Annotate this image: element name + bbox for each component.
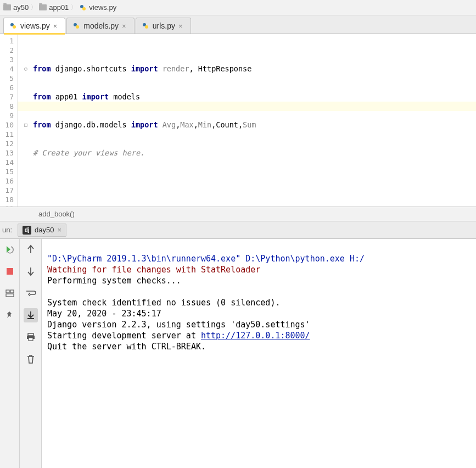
code-breadcrumb[interactable]: add_book() xyxy=(0,207,476,221)
layout-button[interactable] xyxy=(3,286,17,300)
svg-point-3 xyxy=(13,25,16,29)
code-area[interactable]: ⊖from django.shortcuts import render, Ht… xyxy=(18,34,476,207)
scroll-to-end-button[interactable] xyxy=(24,308,38,322)
current-line-highlight xyxy=(18,102,476,111)
tab-label: models.py xyxy=(83,21,119,30)
svg-rect-14 xyxy=(29,338,33,341)
svg-rect-9 xyxy=(6,290,9,293)
console-output[interactable]: "D:\PyCharm 2019.1.3\bin\runnerw64.exe" … xyxy=(42,239,476,468)
close-icon[interactable]: × xyxy=(53,22,58,30)
tab-label: views.py xyxy=(20,21,50,30)
close-icon[interactable]: × xyxy=(122,22,126,30)
svg-rect-12 xyxy=(28,333,33,336)
python-file-icon xyxy=(9,22,17,30)
svg-rect-8 xyxy=(7,268,13,275)
run-panel-header: un: dj day50 × xyxy=(0,221,476,239)
folder-icon xyxy=(39,4,47,10)
pin-button[interactable] xyxy=(3,308,17,322)
line-gutter: 12345678910111213141516171819 xyxy=(0,34,18,207)
run-label: un: xyxy=(2,226,12,234)
breadcrumb-label: ay50 xyxy=(13,3,29,12)
tab-urls[interactable]: urls.py × xyxy=(136,18,191,34)
tab-label: urls.py xyxy=(153,21,175,30)
run-tool-column-right xyxy=(20,239,42,468)
code-breadcrumb-label: add_book() xyxy=(38,210,75,218)
soft-wrap-button[interactable] xyxy=(24,286,38,300)
breadcrumb: ay50 〉 app01 〉 views.py xyxy=(0,0,476,15)
python-file-icon xyxy=(72,22,80,30)
editor-tab-bar: views.py × models.py × urls.py × xyxy=(0,15,476,34)
tab-views[interactable]: views.py × xyxy=(3,18,65,34)
svg-point-7 xyxy=(145,25,148,29)
svg-rect-11 xyxy=(6,294,14,297)
breadcrumb-label: app01 xyxy=(49,3,69,12)
svg-point-5 xyxy=(76,25,79,29)
close-icon[interactable]: × xyxy=(58,226,62,234)
breadcrumb-item-file[interactable]: views.py xyxy=(79,3,116,12)
run-console: "D:\PyCharm 2019.1.3\bin\runnerw64.exe" … xyxy=(0,239,476,468)
folder-icon xyxy=(3,4,11,10)
breadcrumb-label: views.py xyxy=(89,3,116,12)
breadcrumb-item-app[interactable]: app01 xyxy=(39,3,69,12)
stop-button[interactable] xyxy=(3,264,17,278)
django-icon: dj xyxy=(23,226,31,235)
run-config-tab[interactable]: dj day50 × xyxy=(18,224,66,237)
svg-point-1 xyxy=(82,7,86,10)
rerun-button[interactable] xyxy=(3,242,17,257)
svg-rect-10 xyxy=(10,290,14,293)
scroll-down-button[interactable] xyxy=(24,264,38,278)
trash-button[interactable] xyxy=(24,352,38,366)
python-file-icon xyxy=(142,22,149,30)
chevron-right-icon: 〉 xyxy=(71,3,77,12)
run-config-label: day50 xyxy=(35,226,54,234)
run-tool-column-left xyxy=(0,239,20,468)
tab-models[interactable]: models.py × xyxy=(66,18,134,34)
server-url-link[interactable]: http://127.0.0.1:8000/ xyxy=(201,331,310,341)
print-button[interactable] xyxy=(24,330,38,344)
scroll-up-button[interactable] xyxy=(24,242,38,257)
breadcrumb-item-project[interactable]: ay50 xyxy=(3,3,29,12)
chevron-right-icon: 〉 xyxy=(31,3,37,12)
python-file-icon xyxy=(79,4,87,12)
code-editor[interactable]: 12345678910111213141516171819 ⊖from djan… xyxy=(0,34,476,207)
close-icon[interactable]: × xyxy=(178,22,183,30)
